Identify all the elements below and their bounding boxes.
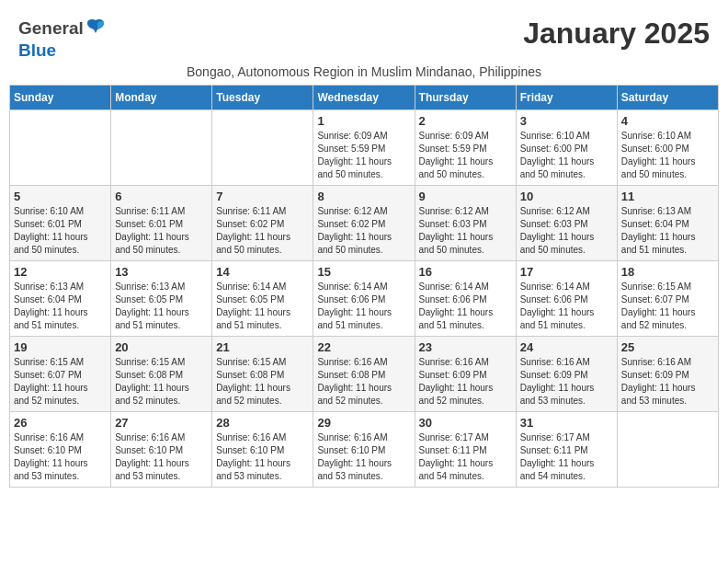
day-number: 3 bbox=[520, 114, 613, 128]
day-header-wednesday: Wednesday bbox=[313, 86, 415, 110]
day-number: 21 bbox=[216, 340, 309, 354]
day-header-monday: Monday bbox=[111, 86, 212, 110]
day-info: Sunrise: 6:15 AMSunset: 6:08 PMDaylight:… bbox=[115, 356, 208, 408]
day-number: 5 bbox=[14, 190, 107, 203]
day-number: 29 bbox=[317, 416, 410, 430]
day-info: Sunrise: 6:16 AMSunset: 6:10 PMDaylight:… bbox=[14, 431, 107, 483]
calendar-cell: 29Sunrise: 6:16 AMSunset: 6:10 PMDayligh… bbox=[313, 412, 415, 488]
day-info: Sunrise: 6:12 AMSunset: 6:02 PMDaylight:… bbox=[317, 205, 410, 257]
calendar-cell: 21Sunrise: 6:15 AMSunset: 6:08 PMDayligh… bbox=[212, 337, 313, 412]
calendar-cell: 8Sunrise: 6:12 AMSunset: 6:02 PMDaylight… bbox=[313, 186, 415, 261]
day-info: Sunrise: 6:15 AMSunset: 6:07 PMDaylight:… bbox=[621, 281, 714, 332]
day-info: Sunrise: 6:16 AMSunset: 6:10 PMDaylight:… bbox=[115, 431, 208, 483]
calendar-header: SundayMondayTuesdayWednesdayThursdayFrid… bbox=[10, 86, 719, 110]
day-number: 28 bbox=[216, 416, 309, 430]
logo-bird-icon bbox=[85, 17, 106, 40]
logo-general: General bbox=[18, 18, 84, 39]
day-number: 18 bbox=[621, 265, 714, 279]
day-header-thursday: Thursday bbox=[415, 86, 516, 110]
day-header-saturday: Saturday bbox=[617, 86, 718, 110]
day-info: Sunrise: 6:16 AMSunset: 6:09 PMDaylight:… bbox=[520, 356, 613, 408]
day-number: 11 bbox=[621, 190, 714, 203]
calendar-cell: 3Sunrise: 6:10 AMSunset: 6:00 PMDaylight… bbox=[516, 110, 617, 186]
day-info: Sunrise: 6:15 AMSunset: 6:08 PMDaylight:… bbox=[216, 356, 309, 408]
day-info: Sunrise: 6:12 AMSunset: 6:03 PMDaylight:… bbox=[520, 205, 613, 257]
calendar-cell: 12Sunrise: 6:13 AMSunset: 6:04 PMDayligh… bbox=[10, 261, 111, 337]
day-number: 19 bbox=[14, 340, 107, 354]
day-number: 25 bbox=[621, 340, 714, 354]
day-info: Sunrise: 6:10 AMSunset: 6:01 PMDaylight:… bbox=[14, 205, 107, 257]
day-info: Sunrise: 6:16 AMSunset: 6:10 PMDaylight:… bbox=[317, 431, 410, 483]
day-info: Sunrise: 6:16 AMSunset: 6:09 PMDaylight:… bbox=[621, 356, 714, 408]
week-row-3: 12Sunrise: 6:13 AMSunset: 6:04 PMDayligh… bbox=[10, 261, 719, 337]
day-info: Sunrise: 6:11 AMSunset: 6:01 PMDaylight:… bbox=[115, 205, 208, 257]
day-header-tuesday: Tuesday bbox=[212, 86, 313, 110]
day-number: 7 bbox=[216, 190, 309, 203]
calendar-cell bbox=[111, 110, 212, 186]
day-info: Sunrise: 6:13 AMSunset: 6:04 PMDaylight:… bbox=[621, 205, 714, 257]
day-info: Sunrise: 6:17 AMSunset: 6:11 PMDaylight:… bbox=[419, 431, 512, 483]
week-row-5: 26Sunrise: 6:16 AMSunset: 6:10 PMDayligh… bbox=[10, 412, 719, 488]
week-row-2: 5Sunrise: 6:10 AMSunset: 6:01 PMDaylight… bbox=[10, 186, 719, 261]
calendar-subtitle: Bongao, Autonomous Region in Muslim Mind… bbox=[9, 64, 719, 79]
calendar-cell: 31Sunrise: 6:17 AMSunset: 6:11 PMDayligh… bbox=[516, 412, 617, 488]
day-number: 23 bbox=[419, 340, 512, 354]
day-number: 9 bbox=[419, 190, 512, 203]
day-info: Sunrise: 6:14 AMSunset: 6:06 PMDaylight:… bbox=[520, 281, 613, 332]
day-number: 27 bbox=[115, 416, 208, 430]
month-title: January 2025 bbox=[523, 17, 710, 51]
day-info: Sunrise: 6:13 AMSunset: 6:04 PMDaylight:… bbox=[14, 281, 107, 332]
calendar-cell: 30Sunrise: 6:17 AMSunset: 6:11 PMDayligh… bbox=[415, 412, 516, 488]
page-header: General Blue January 2025 bbox=[9, 9, 719, 61]
week-row-4: 19Sunrise: 6:15 AMSunset: 6:07 PMDayligh… bbox=[10, 337, 719, 412]
day-info: Sunrise: 6:14 AMSunset: 6:05 PMDaylight:… bbox=[216, 281, 309, 332]
week-row-1: 1Sunrise: 6:09 AMSunset: 5:59 PMDaylight… bbox=[10, 110, 719, 186]
calendar-cell: 15Sunrise: 6:14 AMSunset: 6:06 PMDayligh… bbox=[313, 261, 415, 337]
day-number: 13 bbox=[115, 265, 208, 279]
calendar-cell: 24Sunrise: 6:16 AMSunset: 6:09 PMDayligh… bbox=[516, 337, 617, 412]
day-number: 30 bbox=[419, 416, 512, 430]
calendar-cell: 5Sunrise: 6:10 AMSunset: 6:01 PMDaylight… bbox=[10, 186, 111, 261]
day-info: Sunrise: 6:13 AMSunset: 6:05 PMDaylight:… bbox=[115, 281, 208, 332]
calendar-cell: 10Sunrise: 6:12 AMSunset: 6:03 PMDayligh… bbox=[516, 186, 617, 261]
calendar-cell: 6Sunrise: 6:11 AMSunset: 6:01 PMDaylight… bbox=[111, 186, 212, 261]
day-info: Sunrise: 6:16 AMSunset: 6:10 PMDaylight:… bbox=[216, 431, 309, 483]
day-info: Sunrise: 6:09 AMSunset: 5:59 PMDaylight:… bbox=[317, 130, 410, 181]
calendar-cell: 25Sunrise: 6:16 AMSunset: 6:09 PMDayligh… bbox=[617, 337, 718, 412]
day-number: 31 bbox=[520, 416, 613, 430]
day-info: Sunrise: 6:17 AMSunset: 6:11 PMDaylight:… bbox=[520, 431, 613, 483]
day-info: Sunrise: 6:14 AMSunset: 6:06 PMDaylight:… bbox=[317, 281, 410, 332]
calendar-cell bbox=[212, 110, 313, 186]
day-info: Sunrise: 6:09 AMSunset: 5:59 PMDaylight:… bbox=[419, 130, 512, 181]
day-info: Sunrise: 6:12 AMSunset: 6:03 PMDaylight:… bbox=[419, 205, 512, 257]
day-number: 15 bbox=[317, 265, 410, 279]
calendar-cell: 4Sunrise: 6:10 AMSunset: 6:00 PMDaylight… bbox=[617, 110, 718, 186]
calendar-cell: 7Sunrise: 6:11 AMSunset: 6:02 PMDaylight… bbox=[212, 186, 313, 261]
day-number: 8 bbox=[317, 190, 410, 203]
day-number: 10 bbox=[520, 190, 613, 203]
days-row: SundayMondayTuesdayWednesdayThursdayFrid… bbox=[10, 86, 719, 110]
day-number: 12 bbox=[14, 265, 107, 279]
title-section: January 2025 bbox=[523, 17, 710, 51]
day-number: 22 bbox=[317, 340, 410, 354]
day-number: 20 bbox=[115, 340, 208, 354]
day-info: Sunrise: 6:11 AMSunset: 6:02 PMDaylight:… bbox=[216, 205, 309, 257]
calendar-cell: 28Sunrise: 6:16 AMSunset: 6:10 PMDayligh… bbox=[212, 412, 313, 488]
day-header-sunday: Sunday bbox=[10, 86, 111, 110]
day-info: Sunrise: 6:15 AMSunset: 6:07 PMDaylight:… bbox=[14, 356, 107, 408]
calendar-cell: 2Sunrise: 6:09 AMSunset: 5:59 PMDaylight… bbox=[415, 110, 516, 186]
day-info: Sunrise: 6:10 AMSunset: 6:00 PMDaylight:… bbox=[621, 130, 714, 181]
calendar-body: 1Sunrise: 6:09 AMSunset: 5:59 PMDaylight… bbox=[10, 110, 719, 488]
calendar-cell: 19Sunrise: 6:15 AMSunset: 6:07 PMDayligh… bbox=[10, 337, 111, 412]
calendar-cell: 11Sunrise: 6:13 AMSunset: 6:04 PMDayligh… bbox=[617, 186, 718, 261]
day-number: 17 bbox=[520, 265, 613, 279]
calendar-cell: 23Sunrise: 6:16 AMSunset: 6:09 PMDayligh… bbox=[415, 337, 516, 412]
calendar-cell: 9Sunrise: 6:12 AMSunset: 6:03 PMDaylight… bbox=[415, 186, 516, 261]
day-info: Sunrise: 6:16 AMSunset: 6:09 PMDaylight:… bbox=[419, 356, 512, 408]
day-number: 4 bbox=[621, 114, 714, 128]
calendar-cell bbox=[617, 412, 718, 488]
day-number: 24 bbox=[520, 340, 613, 354]
day-number: 2 bbox=[419, 114, 512, 128]
calendar-table: SundayMondayTuesdayWednesdayThursdayFrid… bbox=[9, 85, 719, 488]
calendar-cell: 1Sunrise: 6:09 AMSunset: 5:59 PMDaylight… bbox=[313, 110, 415, 186]
